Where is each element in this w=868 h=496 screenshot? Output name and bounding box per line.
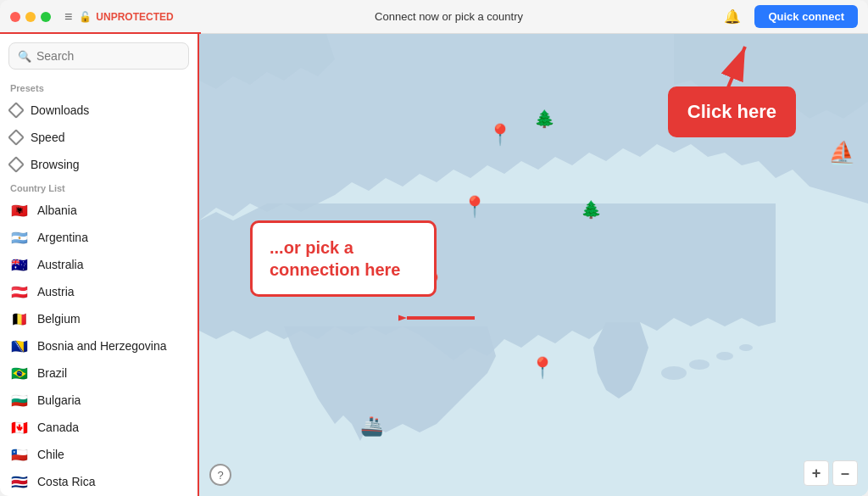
preset-item-browsing[interactable]: Browsing (0, 151, 198, 178)
search-icon: 🔍 (18, 50, 31, 63)
search-input[interactable] (36, 49, 180, 63)
country-name-belgium: Belgium (37, 312, 81, 326)
country-item-brazil[interactable]: 🇧🇷 Brazil (0, 359, 198, 387)
ship-icon: 🚢 (360, 415, 383, 437)
map-pin-2: 📍 (462, 195, 487, 219)
country-name-bosnia: Bosnia and Herzegovina (37, 339, 167, 353)
window-title: Connect now or pick a country (181, 10, 718, 23)
diamond-icon (8, 102, 25, 119)
country-name-canada: Canada (37, 421, 79, 434)
country-item-albania[interactable]: 🇦🇱 Albania (0, 197, 198, 224)
flag-brazil: 🇧🇷 (10, 366, 29, 380)
notification-bell[interactable]: 🔔 (724, 8, 748, 25)
country-item-chile[interactable]: 🇨🇱 Chile (0, 441, 198, 468)
country-item-austria[interactable]: 🇦🇹 Austria (0, 278, 198, 305)
zoom-in-button[interactable]: + (804, 460, 829, 486)
country-name-bulgaria: Bulgaria (37, 393, 81, 407)
svg-point-1 (661, 366, 687, 380)
pick-connection-callout: ...or pick a connection here (250, 220, 437, 297)
country-item-costarica[interactable]: 🇨🇷 Costa Rica (0, 468, 198, 495)
flag-bulgaria: 🇧🇬 (10, 393, 29, 407)
flag-albania: 🇦🇱 (10, 203, 29, 217)
sailboat-icon: ⛵ (828, 140, 855, 166)
flag-chile: 🇨🇱 (10, 448, 29, 461)
search-box[interactable]: 🔍 (8, 42, 189, 70)
help-button[interactable]: ? (209, 464, 231, 486)
quick-connect-button[interactable]: Quick connect (754, 5, 858, 28)
country-name-chile: Chile (37, 448, 64, 461)
zoom-controls: + – (804, 460, 858, 486)
country-item-bulgaria[interactable]: 🇧🇬 Bulgaria (0, 387, 198, 414)
presets-section-label: Presets (0, 78, 198, 97)
country-name-albania: Albania (37, 203, 77, 217)
country-name-argentina: Argentina (37, 231, 88, 244)
titlebar: ≡ 🔓 UNPROTECTED Connect now or pick a co… (0, 0, 868, 34)
svg-point-2 (689, 359, 709, 370)
tree-icon-2: 🌲 (581, 199, 602, 220)
country-name-costarica: Costa Rica (37, 475, 95, 488)
preset-item-speed[interactable]: Speed (0, 124, 198, 151)
flag-belgium: 🇧🇪 (10, 312, 29, 326)
svg-point-4 (739, 344, 753, 351)
titlebar-controls: ≡ (64, 9, 72, 25)
connection-status: 🔓 UNPROTECTED (79, 11, 173, 23)
arrow-to-country-list (398, 297, 483, 339)
country-list: 🇦🇱 Albania 🇦🇷 Argentina 🇦🇺 Australia 🇦🇹 … (0, 197, 198, 496)
zoom-out-button[interactable]: – (832, 460, 858, 486)
country-item-canada[interactable]: 🇨🇦 Canada (0, 414, 198, 441)
bell-icon: 🔔 (724, 9, 741, 24)
country-list-label: Country List (0, 178, 198, 197)
preset-label-speed: Speed (31, 131, 64, 144)
country-name-austria: Austria (37, 285, 75, 298)
svg-point-3 (716, 352, 733, 360)
flag-austria: 🇦🇹 (10, 285, 29, 298)
lock-icon: 🔓 (79, 11, 92, 23)
diamond-icon-browsing (8, 156, 25, 173)
tree-icon-1: 🌲 (534, 109, 555, 129)
country-item-bosnia[interactable]: 🇧🇦 Bosnia and Herzegovina (0, 332, 198, 359)
country-name-australia: Australia (37, 258, 83, 271)
minimize-button[interactable] (25, 12, 36, 22)
preset-label-downloads: Downloads (31, 103, 89, 117)
maximize-button[interactable] (41, 12, 51, 22)
map-pin-4: 📍 (530, 356, 555, 380)
preset-item-downloads[interactable]: Downloads (0, 97, 198, 124)
main-layout: 🔍 Presets Downloads Speed Browsing Count… (0, 34, 868, 496)
country-item-argentina[interactable]: 🇦🇷 Argentina (0, 224, 198, 251)
preset-label-browsing: Browsing (31, 158, 80, 171)
map-area[interactable]: 📍 📍 📍 📍 🌲 🌲 🚢 ⛵ Click here (199, 34, 868, 496)
diamond-icon-speed (8, 129, 25, 146)
flag-bosnia: 🇧🇦 (10, 339, 29, 353)
country-name-brazil: Brazil (37, 366, 67, 380)
click-here-callout: Click here (668, 86, 796, 137)
flag-argentina: 🇦🇷 (10, 231, 29, 244)
flag-costarica: 🇨🇷 (10, 475, 29, 488)
traffic-lights (10, 12, 51, 22)
map-pin-1: 📍 (487, 123, 513, 147)
flag-canada: 🇨🇦 (10, 421, 29, 434)
country-item-australia[interactable]: 🇦🇺 Australia (0, 251, 198, 278)
flag-australia: 🇦🇺 (10, 258, 29, 271)
country-item-belgium[interactable]: 🇧🇪 Belgium (0, 305, 198, 332)
close-button[interactable] (10, 12, 20, 22)
sidebar: 🔍 Presets Downloads Speed Browsing Count… (0, 34, 199, 496)
